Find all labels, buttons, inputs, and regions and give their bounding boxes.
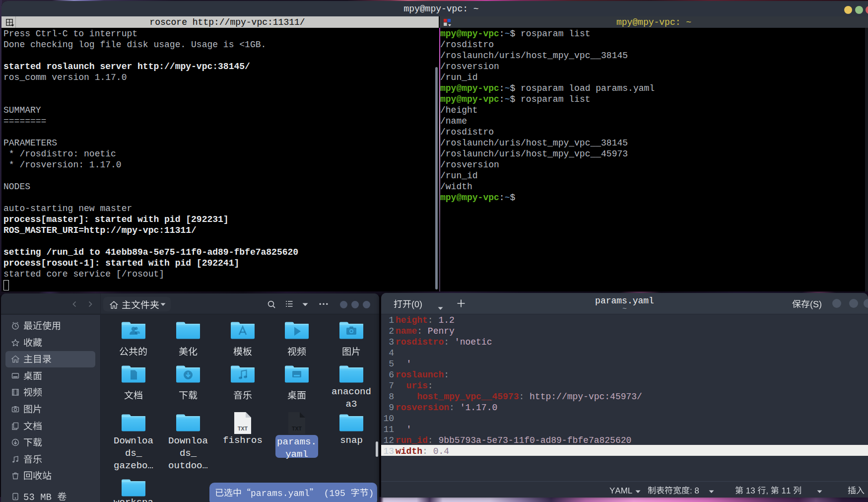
- svg-text:TXT: TXT: [238, 426, 248, 431]
- svg-text:TXT: TXT: [292, 426, 302, 431]
